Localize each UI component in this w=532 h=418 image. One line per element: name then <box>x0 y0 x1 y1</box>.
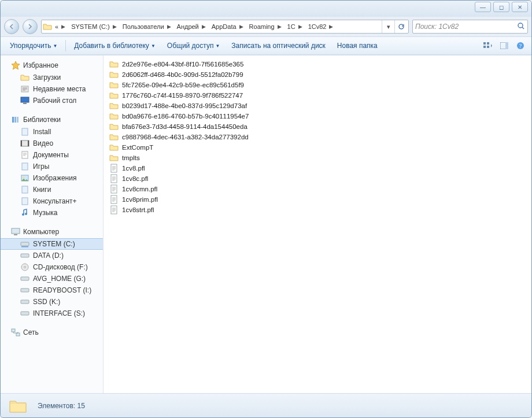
svg-rect-2 <box>487 42 489 45</box>
favorites-section: Избранное Загрузки Недавние места Рабочи… <box>1 59 103 106</box>
folder-icon <box>109 143 119 152</box>
sidebar-item-video[interactable]: Видео <box>1 138 103 149</box>
organize-label: Упорядочить <box>10 42 51 50</box>
share-button[interactable]: Общий доступ▼ <box>162 39 225 52</box>
breadcrumb-item[interactable]: 1C▶ <box>285 20 305 33</box>
breadcrumb-label: 1C <box>287 23 295 30</box>
svg-rect-36 <box>21 300 29 304</box>
list-item[interactable]: 1cv8.pfl <box>107 163 528 173</box>
folder-icon <box>43 22 52 31</box>
navigation-pane[interactable]: Избранное Загрузки Недавние места Рабочи… <box>1 56 104 393</box>
list-item[interactable]: 1cv8prim.pfl <box>107 194 528 205</box>
list-item[interactable]: tmplts <box>107 153 528 163</box>
sidebar-item-drive-f[interactable]: CD-дисковод (F:) <box>1 261 103 273</box>
list-item[interactable]: 2d6062ff-d468-4b0c-909d-5512fa02b799 <box>107 69 528 80</box>
sidebar-item-drive-c[interactable]: SYSTEM (C:) <box>1 238 103 250</box>
sidebar-item-drive-s[interactable]: INTERFACE (S:) <box>1 308 103 319</box>
svg-rect-29 <box>21 242 29 246</box>
network-section: Сеть <box>1 326 103 339</box>
explorer-window: — ◻ ✕ «▶ SYSTEM (C:)▶ Пользователи▶ Андр… <box>0 0 532 418</box>
sidebar-item-drive-k[interactable]: SSD (K:) <box>1 296 103 308</box>
breadcrumb-item[interactable]: Roaming▶ <box>246 20 285 33</box>
sidebar-item-drive-i[interactable]: READYBOOST (I:) <box>1 284 103 296</box>
breadcrumb-item[interactable]: 1Cv82▶ <box>305 20 337 33</box>
favorites-header[interactable]: Избранное <box>1 59 103 72</box>
computer-header[interactable]: Компьютер <box>1 225 103 238</box>
svg-rect-1 <box>483 42 486 45</box>
network-header[interactable]: Сеть <box>1 326 103 339</box>
list-item[interactable]: 1cv8cmn.pfl <box>107 184 528 194</box>
svg-rect-23 <box>22 186 28 193</box>
breadcrumb-item[interactable]: SYSTEM (C:)▶ <box>68 20 120 33</box>
folder-icon <box>109 101 119 110</box>
preview-pane-button[interactable] <box>498 40 511 51</box>
svg-rect-10 <box>21 97 29 102</box>
libraries-label: Библиотеки <box>23 116 61 124</box>
minimize-button[interactable]: — <box>475 2 491 12</box>
breadcrumb-prefix[interactable]: «▶ <box>52 20 68 33</box>
list-item[interactable]: bd0a9676-e186-4760-b57b-9c40111954e7 <box>107 111 528 121</box>
list-item[interactable]: b0239d17-488e-4be0-837d-995c129d73af <box>107 101 528 111</box>
list-item[interactable]: 5fc7265e-09e4-42c9-b59e-ec89c561d5f9 <box>107 80 528 90</box>
add-library-button[interactable]: Добавить в библиотеку▼ <box>69 39 160 52</box>
add-library-label: Добавить в библиотеку <box>74 42 149 50</box>
sidebar-item-books[interactable]: Книги <box>1 184 103 195</box>
sidebar-item-documents[interactable]: Документы <box>1 149 103 161</box>
sidebar-item-drive-d[interactable]: DATA (D:) <box>1 250 103 261</box>
sidebar-item-desktop[interactable]: Рабочий стол <box>1 95 103 106</box>
list-item[interactable]: c9887968-4dec-4631-a382-34da277392dd <box>107 132 528 142</box>
sidebar-item-games[interactable]: Игры <box>1 161 103 172</box>
list-item[interactable]: 2d2e976e-e804-43bf-8f10-7f561685e365 <box>107 59 528 69</box>
folder-icon <box>109 60 119 69</box>
file-name: tmplts <box>122 154 140 161</box>
sidebar-item-pictures[interactable]: Изображения <box>1 172 103 184</box>
view-options-button[interactable] <box>482 40 494 51</box>
sidebar-item-recent[interactable]: Недавние места <box>1 83 103 95</box>
sidebar-item-drive-g[interactable]: AVG_HOME (G:) <box>1 273 103 284</box>
svg-rect-31 <box>21 254 29 257</box>
svg-point-0 <box>518 23 523 28</box>
pictures-icon <box>20 173 29 183</box>
sidebar-item-consultant[interactable]: Консультант+ <box>1 195 103 207</box>
item-label: Изображения <box>33 174 76 182</box>
maximize-button[interactable]: ◻ <box>493 2 509 12</box>
list-item[interactable]: ExtCompT <box>107 142 528 153</box>
svg-rect-15 <box>22 128 28 135</box>
arrow-right-icon <box>27 24 33 29</box>
close-button[interactable]: ✕ <box>512 2 528 12</box>
list-item[interactable]: bfa676e3-7d3d-4458-9114-4da154450eda <box>107 121 528 132</box>
file-name: 5fc7265e-09e4-42c9-b59e-ec89c561d5f9 <box>122 82 244 88</box>
libraries-header[interactable]: Библиотеки <box>1 113 103 126</box>
address-bar[interactable]: «▶ SYSTEM (C:)▶ Пользователи▶ Андрей▶ Ap… <box>41 20 409 34</box>
history-dropdown[interactable]: ▾ <box>382 20 394 33</box>
breadcrumb-label: 1Cv82 <box>308 23 327 30</box>
breadcrumb-item[interactable]: AppData▶ <box>209 20 246 33</box>
search-input[interactable]: Поиск: 1Cv82 <box>412 20 528 34</box>
list-item[interactable]: 1cv8c.pfl <box>107 173 528 184</box>
organize-button[interactable]: Упорядочить▼ <box>5 39 62 52</box>
svg-point-26 <box>25 213 27 215</box>
sidebar-item-install[interactable]: Install <box>1 126 103 138</box>
forward-button[interactable] <box>23 19 38 34</box>
sidebar-item-music[interactable]: Музыка <box>1 207 103 219</box>
svg-rect-13 <box>14 117 16 123</box>
svg-rect-3 <box>483 46 486 48</box>
breadcrumb-item[interactable]: Андрей▶ <box>174 20 209 33</box>
back-button[interactable] <box>4 19 19 34</box>
item-label: Документы <box>33 151 69 159</box>
refresh-button[interactable] <box>394 20 407 33</box>
file-name: 1cv8prim.pfl <box>122 196 158 203</box>
search-placeholder: Поиск: 1Cv82 <box>415 23 459 31</box>
list-item[interactable]: 1cv8strt.pfl <box>107 205 528 215</box>
file-list[interactable]: 2d2e976e-e804-43bf-8f10-7f561685e3652d60… <box>104 56 531 393</box>
list-item[interactable]: 1776c760-c74f-4159-8970-9f786f522747 <box>107 90 528 101</box>
burn-button[interactable]: Записать на оптический диск <box>227 39 330 52</box>
breadcrumb-item[interactable]: Пользователи▶ <box>120 20 174 33</box>
new-folder-button[interactable]: Новая папка <box>332 39 382 52</box>
item-label: CD-дисковод (F:) <box>33 263 88 271</box>
sidebar-item-downloads[interactable]: Загрузки <box>1 72 103 83</box>
help-button[interactable]: ? <box>514 40 527 51</box>
item-label: Музыка <box>33 209 57 217</box>
music-icon <box>20 208 29 217</box>
file-name: 1cv8c.pfl <box>122 175 148 182</box>
